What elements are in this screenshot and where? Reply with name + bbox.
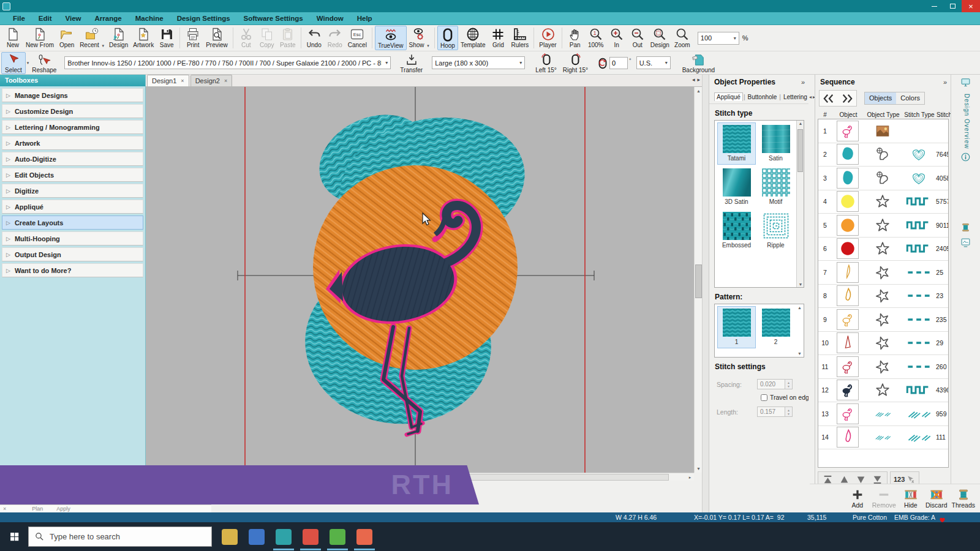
spacing-input[interactable]: 0.020 — [757, 379, 785, 389]
new-from-button[interactable]: New From — [23, 26, 56, 50]
tab-design2[interactable]: Design2× — [190, 75, 233, 86]
pattern-up-icon[interactable]: ▲ — [796, 305, 803, 310]
pattern-down-icon[interactable]: ▼ — [796, 351, 803, 356]
transfer-button[interactable]: Transfer — [397, 53, 426, 73]
sequence-row[interactable]: 34058 — [818, 167, 948, 190]
stitch-type-tatami[interactable]: Tatami — [717, 122, 756, 165]
sidebar-item-lettering-monogramming[interactable]: ▷Lettering / Monogramming — [2, 120, 143, 134]
sidebar-item-edit-objects[interactable]: ▷Edit Objects — [2, 168, 143, 182]
close-icon[interactable]: × — [3, 506, 6, 512]
stitch-type-3d-satin[interactable]: 3D Satin — [717, 166, 756, 208]
zoom-level-combo[interactable]: 100▾ — [698, 32, 739, 45]
template-button[interactable]: Template — [458, 26, 488, 50]
menu-file[interactable]: File — [6, 13, 32, 23]
object-thumbnail[interactable] — [837, 121, 859, 141]
object-thumbnail[interactable] — [837, 309, 859, 330]
sequence-row[interactable]: 1029 — [818, 332, 948, 356]
hoop-size-combo[interactable]: Large (180 x 300) ▾ — [432, 56, 525, 69]
panel-expand-icon[interactable]: » — [801, 78, 805, 86]
design-button[interactable]: Design — [648, 26, 672, 50]
open-button[interactable]: Open — [56, 26, 77, 50]
100--button[interactable]: 1100% — [586, 26, 606, 50]
menu-design-settings[interactable]: Design Settings — [170, 13, 237, 23]
menu-software-settings[interactable]: Software Settings — [237, 13, 310, 23]
sequence-last-button[interactable] — [838, 91, 856, 106]
hoop-button[interactable]: Hoop — [437, 26, 458, 50]
pattern-option-1[interactable]: 1 — [717, 306, 756, 348]
tab-objects[interactable]: Objects — [865, 92, 896, 104]
player-button[interactable]: Player — [537, 26, 559, 50]
stitch-type-ripple[interactable]: Ripple — [756, 209, 795, 252]
design-button[interactable]: Design — [107, 26, 130, 50]
length-input[interactable]: 0.157 — [757, 407, 785, 417]
hoop-rotate-custom-icon[interactable] — [596, 56, 609, 70]
sequence-first-button[interactable] — [820, 91, 838, 106]
cancel-button[interactable]: EscCancel — [345, 26, 369, 50]
in-button[interactable]: In — [606, 26, 627, 50]
recent-button[interactable]: Recent ▾ — [77, 26, 107, 50]
threads-button[interactable]: Threads — [951, 488, 975, 509]
design-information-icon[interactable] — [960, 152, 971, 165]
checkbox[interactable] — [761, 394, 767, 401]
object-thumbnail[interactable] — [837, 168, 859, 189]
show-button[interactable]: Show ▾ — [407, 26, 432, 50]
menu-view[interactable]: View — [59, 13, 88, 23]
sequence-row[interactable]: 12 4390 — [818, 379, 948, 403]
preview-button[interactable]: Preview — [203, 26, 230, 50]
folder-app-icon[interactable] — [222, 529, 238, 545]
sidebar-item-create-layouts[interactable]: ▷Create Layouts — [2, 216, 143, 230]
object-thumbnail[interactable] — [837, 427, 859, 448]
object-thumbnail[interactable] — [837, 332, 859, 353]
sequence-row[interactable]: 27645 — [818, 143, 948, 167]
menu-machine[interactable]: Machine — [129, 13, 170, 23]
object-thumbnail[interactable] — [837, 403, 859, 424]
close-button[interactable]: × — [962, 0, 980, 12]
sidebar-item-output-design[interactable]: ▷Output Design — [2, 247, 143, 261]
stitch-type-embossed[interactable]: Embossed — [717, 209, 756, 252]
start-button[interactable] — [0, 522, 28, 551]
object-thumbnail[interactable] — [837, 238, 859, 259]
sequence-row[interactable]: 62405 — [818, 238, 948, 261]
threads-panel-icon[interactable] — [960, 222, 971, 235]
undo-button[interactable]: Undo — [304, 26, 325, 50]
sidebar-item-artwork[interactable]: ▷Artwork — [2, 136, 143, 150]
green-app-icon[interactable] — [330, 529, 345, 545]
stitch-simulator-icon[interactable] — [960, 238, 971, 250]
sequence-row[interactable]: 11 260 — [818, 355, 948, 379]
scroll-up-icon[interactable]: ▲ — [797, 121, 804, 126]
hide-button[interactable]: Hide — [900, 488, 921, 509]
select-tool-button[interactable]: Select — [1, 52, 26, 74]
out-button[interactable]: Out — [627, 26, 648, 50]
design-viewport[interactable] — [146, 87, 694, 473]
menu-help[interactable]: Help — [350, 13, 379, 23]
tab-design1[interactable]: Design1× — [147, 75, 189, 86]
maximize-button[interactable] — [943, 0, 962, 12]
scrollbar-thumb[interactable] — [797, 129, 803, 172]
save-button[interactable]: Save — [156, 26, 177, 50]
scroll-right-icon[interactable]: ▸ — [686, 473, 694, 481]
tab-buttonhole[interactable]: Buttonhole — [746, 93, 779, 101]
sequence-row[interactable]: 45757 — [818, 190, 948, 214]
sidebar-item-multi-hooping[interactable]: ▷Multi-Hooping — [2, 231, 143, 246]
tab-scroll-arrows[interactable]: ◂▸ — [692, 77, 700, 83]
sidebar-item-auto-digitize[interactable]: ▷Auto-Digitize — [2, 152, 143, 166]
artwork-button[interactable]: Artwork — [130, 26, 156, 50]
spacing-stepper[interactable]: ▲▼ — [785, 379, 793, 389]
rulers-button[interactable]: Rulers — [508, 26, 531, 50]
red-app-icon[interactable] — [356, 529, 372, 545]
stitch-type-satin[interactable]: Satin — [756, 122, 795, 165]
chrome-app-icon[interactable] — [303, 529, 318, 545]
tab-scroll-right-icon[interactable]: ▸ — [697, 77, 700, 83]
vertical-scrollbar[interactable]: ▲ ▼ — [694, 87, 702, 473]
sequence-row[interactable]: 9 235 — [818, 308, 948, 332]
apply-label[interactable]: Apply — [56, 506, 70, 512]
panel-expand-icon[interactable]: » — [943, 78, 947, 86]
tab-lettering[interactable]: Lettering — [782, 93, 809, 101]
rotation-angle-input[interactable]: 0 — [609, 57, 628, 69]
pan-button[interactable]: Pan — [565, 26, 586, 50]
zoom-button[interactable]: Zoom — [672, 26, 693, 50]
sidebar-item-appliqu-[interactable]: ▷Appliqué — [2, 200, 143, 214]
trueview-button[interactable]: TrueView — [375, 26, 407, 50]
rotate-hoop-right-button[interactable]: Right 15° — [560, 53, 591, 73]
sequence-row[interactable]: 14111 — [818, 426, 948, 450]
